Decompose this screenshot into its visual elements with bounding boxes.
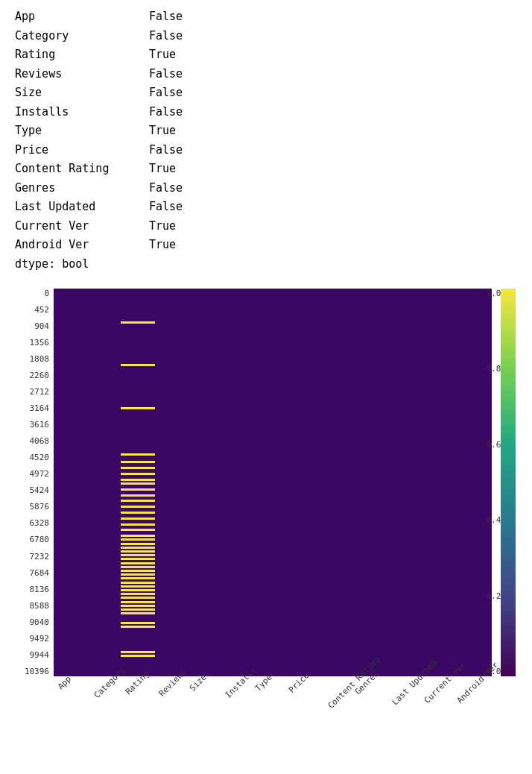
y-label: 4068 bbox=[30, 436, 50, 446]
row-key: App bbox=[15, 7, 149, 27]
table-row: SizeFalse bbox=[15, 84, 517, 103]
row-key: Category bbox=[15, 27, 149, 46]
y-label: 6328 bbox=[30, 518, 50, 528]
table-row: CategoryFalse bbox=[15, 27, 517, 46]
colorbar-label: 0.2 bbox=[480, 591, 522, 601]
heatmap-mark bbox=[121, 573, 154, 576]
heatmap-mark bbox=[121, 577, 154, 579]
row-key: Size bbox=[15, 84, 149, 103]
y-label: 5876 bbox=[30, 502, 50, 512]
heatmap-mark bbox=[121, 488, 154, 491]
row-value: True bbox=[149, 217, 209, 236]
y-label: 4972 bbox=[30, 469, 50, 479]
row-key: Type bbox=[15, 122, 149, 141]
y-label: 10396 bbox=[25, 667, 49, 676]
y-axis: 0452904135618082260271231643616406845204… bbox=[15, 289, 54, 676]
x-labels: AppCategoryRatingReviewsSizeInstallsType… bbox=[54, 679, 447, 761]
row-value: False bbox=[149, 7, 209, 27]
y-label: 1808 bbox=[30, 354, 50, 364]
y-label: 5424 bbox=[30, 485, 50, 495]
y-label: 3616 bbox=[30, 420, 50, 430]
row-key: Rating bbox=[15, 45, 149, 65]
table-row: InstallsFalse bbox=[15, 103, 517, 122]
y-label: 8588 bbox=[30, 601, 50, 611]
x-label: App bbox=[56, 674, 73, 691]
row-value: False bbox=[149, 27, 209, 46]
table-row: RatingTrue bbox=[15, 45, 517, 65]
row-value: False bbox=[149, 103, 209, 122]
table-row: PriceFalse bbox=[15, 141, 517, 160]
heatmap-mark bbox=[121, 558, 154, 560]
row-key: Reviews bbox=[15, 65, 149, 84]
heatmap-mark bbox=[121, 407, 154, 409]
table-row: GenresFalse bbox=[15, 179, 517, 198]
heatmap-mark bbox=[121, 593, 154, 595]
heatmap-mark bbox=[121, 500, 154, 502]
y-label: 904 bbox=[34, 321, 49, 331]
table-row: Content RatingTrue bbox=[15, 160, 517, 179]
table-row: AppFalse bbox=[15, 7, 517, 27]
row-key: Current Ver bbox=[15, 217, 149, 236]
y-label: 4520 bbox=[30, 453, 50, 462]
row-value: False bbox=[149, 198, 209, 217]
row-value: False bbox=[149, 84, 209, 103]
heatmap-mark bbox=[121, 453, 154, 456]
heatmap-mark bbox=[121, 479, 154, 481]
y-label: 0 bbox=[44, 289, 49, 298]
heatmap-mark bbox=[121, 535, 154, 537]
heatmap-mark bbox=[121, 506, 154, 508]
heatmap-mark bbox=[121, 597, 154, 599]
table-row: Current VerTrue bbox=[15, 217, 517, 236]
heatmap-mark bbox=[121, 321, 154, 324]
heatmap-mark bbox=[121, 543, 154, 545]
heatmap-mark bbox=[121, 655, 154, 657]
heatmap-mark bbox=[121, 494, 154, 497]
heatmap-mark bbox=[121, 562, 154, 564]
table-row: dtype: bool bbox=[15, 255, 517, 274]
heatmap-mark bbox=[121, 523, 154, 526]
heatmap-mark bbox=[121, 467, 154, 469]
y-label: 7684 bbox=[30, 568, 50, 578]
colorbar-labels: 1.00.80.60.40.20.0 bbox=[477, 289, 522, 676]
row-key: Last Updated bbox=[15, 198, 149, 217]
dtype-table: AppFalseCategoryFalseRatingTrueReviewsFa… bbox=[15, 7, 517, 274]
row-value: True bbox=[149, 45, 209, 65]
y-label: 452 bbox=[34, 305, 49, 315]
heatmap-mark bbox=[121, 364, 154, 366]
table-row: Last UpdatedFalse bbox=[15, 198, 517, 217]
y-label: 9944 bbox=[30, 650, 50, 660]
heatmap-mark bbox=[121, 582, 154, 584]
heatmap-mark bbox=[121, 589, 154, 591]
heatmap-mark bbox=[121, 554, 154, 556]
heatmap-mark bbox=[121, 608, 154, 611]
heatmap-mark bbox=[121, 512, 154, 514]
table-row: Android VerTrue bbox=[15, 236, 517, 255]
heatmap-mark bbox=[121, 517, 154, 520]
row-value: False bbox=[149, 65, 209, 84]
heatmap-mark bbox=[121, 482, 154, 485]
colorbar-label: 1.0 bbox=[480, 289, 522, 298]
colorbar-label: 0.4 bbox=[480, 515, 522, 525]
heatmap-chart: 0452904135618082260271231643616406845204… bbox=[15, 289, 522, 761]
table-row: TypeTrue bbox=[15, 122, 517, 141]
heatmap-mark bbox=[121, 538, 154, 541]
row-value: False bbox=[149, 179, 209, 198]
heatmap-mark bbox=[121, 547, 154, 549]
row-key: Price bbox=[15, 141, 149, 160]
row-value: True bbox=[149, 160, 209, 179]
colorbar: 1.00.80.60.40.20.0 bbox=[501, 289, 522, 676]
row-key: Content Rating bbox=[15, 160, 149, 179]
heatmap-mark bbox=[121, 550, 154, 553]
row-value: False bbox=[149, 141, 209, 160]
heatmap-mark bbox=[121, 612, 154, 614]
y-label: 9492 bbox=[30, 634, 50, 644]
table-row: ReviewsFalse bbox=[15, 65, 517, 84]
heatmap-mark bbox=[121, 570, 154, 572]
row-value bbox=[149, 255, 209, 274]
y-label: 2260 bbox=[30, 371, 50, 380]
heatmap-mark bbox=[121, 585, 154, 588]
heatmap-mark bbox=[121, 461, 154, 463]
heatmap bbox=[54, 289, 492, 676]
heatmap-mark bbox=[121, 626, 154, 628]
heatmap-mark bbox=[121, 473, 154, 475]
